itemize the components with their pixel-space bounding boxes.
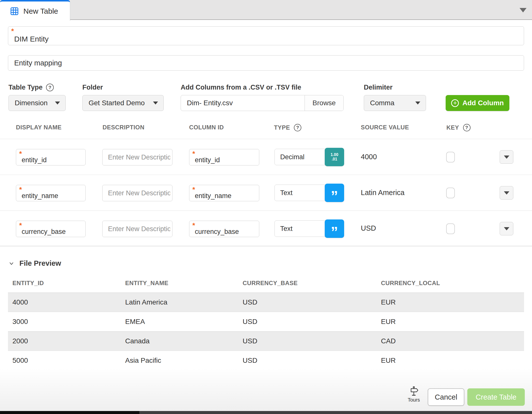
preview-cell: Latin America <box>125 298 167 306</box>
preview-cell: 3000 <box>12 318 28 326</box>
caret-down-icon <box>504 191 509 195</box>
preview-cell: 5000 <box>12 357 28 364</box>
tab-new-table[interactable]: New Table <box>0 0 70 21</box>
row-menu-button[interactable] <box>500 150 513 164</box>
tab-overflow-caret-icon[interactable] <box>520 8 527 12</box>
table-type-value: Dimension <box>15 99 48 107</box>
tab-bar <box>0 0 532 20</box>
csv-file-name[interactable]: Dim- Entity.csv <box>181 95 305 111</box>
required-asterisk: * <box>19 150 22 157</box>
tab-title: New Table <box>23 7 58 15</box>
browse-button[interactable]: Browse <box>305 95 343 111</box>
cancel-button[interactable]: Cancel <box>428 388 464 406</box>
type-value: Decimal <box>274 149 327 165</box>
preview-row: 5000 Asia Pacific USD EUR <box>8 351 524 370</box>
display-name-field: * <box>16 221 86 237</box>
text-type-badge-icon: ” <box>325 184 344 202</box>
tours-button[interactable]: Tours <box>405 386 423 403</box>
type-select[interactable]: Text ” <box>274 220 344 237</box>
type-select[interactable]: Decimal 1.00 .01 <box>274 148 344 166</box>
csv-upload-label: Add Columns from a .CSV or .TSV file <box>181 84 301 91</box>
display-name-field: * <box>16 185 86 201</box>
preview-cell: 4000 <box>12 298 28 306</box>
chevron-down-icon <box>8 260 15 267</box>
header-description: DESCRIPTION <box>103 124 144 131</box>
add-column-button[interactable]: Add Column <box>446 95 509 111</box>
description-field <box>102 221 172 237</box>
chevron-down-icon <box>55 102 60 104</box>
row-menu-button[interactable] <box>500 186 513 200</box>
tours-label: Tours <box>408 397 420 403</box>
file-preview-toggle[interactable]: File Preview <box>8 259 61 267</box>
table-name-input[interactable] <box>8 27 524 45</box>
preview-cell: 2000 <box>12 337 28 345</box>
description-input[interactable] <box>103 185 172 201</box>
delimiter-select[interactable]: Comma <box>364 95 426 111</box>
folder-label: Folder <box>82 84 103 91</box>
folder-value: Get Started Demo <box>89 99 145 107</box>
column-row: * * Decimal 1.00 .01 4000 <box>0 139 532 175</box>
folder-select[interactable]: Get Started Demo <box>82 95 164 111</box>
file-preview-title: File Preview <box>19 259 61 267</box>
preview-header-currency-local: CURRENCY_LOCAL <box>381 280 440 287</box>
column-id-field: * <box>189 185 259 201</box>
column-id-input[interactable] <box>189 185 259 201</box>
header-source-value: SOURCE VALUE <box>361 124 409 131</box>
preview-header-currency-base: CURRENCY_BASE <box>243 280 298 287</box>
description-input[interactable] <box>103 149 172 165</box>
header-column-id: COLUMN ID <box>189 124 224 131</box>
preview-cell: USD <box>243 337 257 345</box>
column-id-input[interactable] <box>189 221 259 237</box>
table-type-select[interactable]: Dimension <box>8 95 66 111</box>
caret-down-icon <box>504 227 509 230</box>
source-value: Latin America <box>361 175 405 210</box>
header-key: KEY <box>446 124 471 131</box>
preview-header-entity-id: ENTITY_ID <box>12 280 44 287</box>
display-name-input[interactable] <box>16 185 85 201</box>
preview-cell: Canada <box>125 337 150 345</box>
required-asterisk: * <box>19 186 22 193</box>
display-name-input[interactable] <box>16 149 85 165</box>
column-id-input[interactable] <box>189 149 259 165</box>
key-checkbox[interactable] <box>446 188 455 198</box>
preview-cell: EMEA <box>125 318 145 326</box>
preview-row: 3000 EMEA USD EUR <box>8 312 524 331</box>
display-name-field: * <box>16 149 86 165</box>
preview-header-entity-name: ENTITY_NAME <box>125 280 168 287</box>
type-select[interactable]: Text ” <box>274 184 344 202</box>
column-id-field: * <box>189 221 259 237</box>
column-row: * * Text ” USD <box>0 210 532 246</box>
create-table-button[interactable]: Create Table <box>467 388 525 406</box>
new-table-dialog: New Table * Table Type Dimension Folder … <box>0 0 532 414</box>
preview-table: 4000 Latin America USD EUR 3000 EMEA USD… <box>8 293 524 370</box>
description-input[interactable] <box>103 221 172 237</box>
required-asterisk: * <box>192 222 195 229</box>
required-asterisk: * <box>19 222 22 229</box>
preview-row: 2000 Canada USD CAD <box>8 331 524 351</box>
type-value: Text <box>274 185 327 201</box>
chevron-down-icon <box>415 102 420 104</box>
source-value: 4000 <box>361 139 377 175</box>
header-type: TYPE <box>274 124 301 131</box>
required-asterisk: * <box>11 28 14 35</box>
key-checkbox[interactable] <box>446 152 455 162</box>
table-type-help-icon[interactable] <box>46 84 54 91</box>
display-name-input[interactable] <box>16 221 85 237</box>
description-field <box>102 149 172 165</box>
key-help-icon[interactable] <box>463 124 471 131</box>
preview-cell: CAD <box>381 337 396 345</box>
key-checkbox[interactable] <box>446 223 455 234</box>
preview-row: 4000 Latin America USD EUR <box>8 293 524 312</box>
row-menu-button[interactable] <box>500 222 513 235</box>
columns-grid: * * Decimal 1.00 .01 4000 <box>0 139 532 246</box>
column-row: * * Text ” Latin America <box>0 175 532 210</box>
preview-cell: USD <box>243 298 257 306</box>
type-help-icon[interactable] <box>294 124 301 131</box>
delimiter-value: Comma <box>370 99 394 107</box>
text-type-badge-icon: ” <box>325 219 344 238</box>
table-description-input[interactable] <box>8 55 524 70</box>
description-field <box>102 185 172 201</box>
preview-cell: EUR <box>381 318 396 326</box>
column-id-field: * <box>189 149 259 165</box>
plus-circle-icon <box>451 99 459 107</box>
